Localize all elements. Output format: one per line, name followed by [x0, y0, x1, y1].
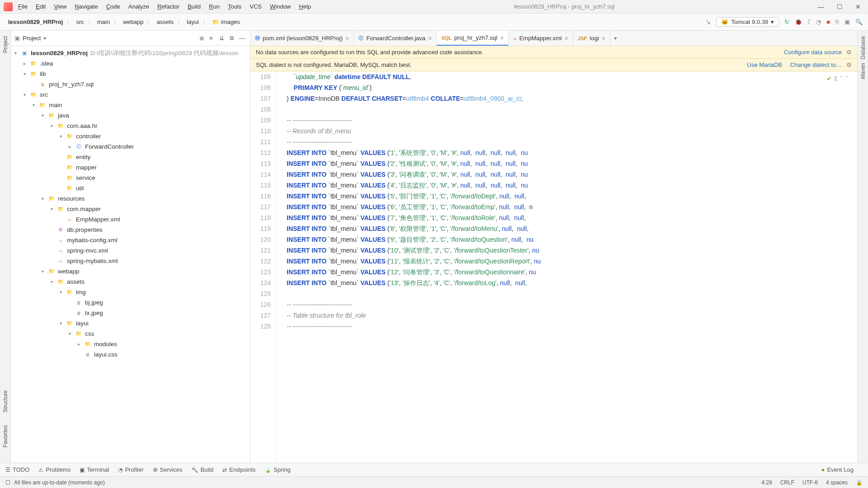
tree-arrow-icon[interactable]: ▾ — [60, 321, 66, 326]
tree-item[interactable]: ▾📁img — [11, 287, 250, 297]
code-line[interactable]: INSERT INTO `tbl_menu` VALUES ('11', '报表… — [287, 256, 857, 267]
code-line[interactable]: INSERT INTO `tbl_menu` VALUES ('9', '题目管… — [287, 234, 857, 245]
menu-navigate[interactable]: Navigate — [75, 3, 98, 10]
gear-icon[interactable]: ⚙ — [229, 35, 236, 42]
use-mariadb-link[interactable]: Use MariaDB — [747, 61, 782, 68]
code-line[interactable]: -- ---------------------------- — [287, 115, 857, 126]
close-tab-icon[interactable]: × — [565, 35, 568, 42]
breadcrumb-item[interactable]: src — [73, 18, 86, 26]
run-button[interactable]: ↻ — [784, 19, 789, 25]
code-line[interactable]: INSERT INTO `tbl_menu` VALUES ('10', '测试… — [287, 245, 857, 256]
code-editor[interactable]: ✔2 ˄˅ 1051061071081091101111121131141151… — [250, 71, 857, 463]
menu-vcs[interactable]: VCS — [250, 3, 262, 10]
run-config-combo[interactable]: 🐱 Tomcat 9.0.38 ▾ — [716, 17, 779, 27]
code-line[interactable]: ) ENGINE=InnoDB DEFAULT CHARSET=utf8mb4 … — [287, 93, 857, 104]
search-button[interactable]: 🔍 — [855, 19, 863, 25]
tree-arrow-icon[interactable]: ▾ — [24, 92, 30, 97]
build-icon[interactable]: ↘ — [706, 19, 711, 25]
chevron-down-icon[interactable]: ▾ — [43, 35, 47, 42]
tree-item[interactable]: ▾📁layui — [11, 318, 250, 328]
gear-icon[interactable]: ⚙ — [846, 61, 852, 68]
tree-arrow-icon[interactable]: ▾ — [51, 279, 57, 284]
bottom-tab-todo[interactable]: ☰TODO — [5, 466, 29, 473]
breadcrumb-item[interactable]: assets — [154, 18, 176, 26]
code-line[interactable] — [287, 104, 857, 115]
bottom-tab-services[interactable]: ⚙Services — [153, 466, 183, 473]
code-line[interactable]: PRIMARY KEY (`menu_id`) — [287, 82, 857, 93]
tree-arrow-icon[interactable]: ▾ — [14, 51, 21, 56]
code-line[interactable]: INSERT INTO `tbl_menu` VALUES ('8', '权限管… — [287, 223, 857, 234]
tree-item[interactable]: ▾📁lib — [11, 69, 250, 79]
code-line[interactable]: -- Records of tbl_menu — [287, 126, 857, 136]
event-log-tab[interactable]: ●Event Log — [821, 466, 854, 473]
encoding[interactable]: UTF-8 — [802, 479, 818, 486]
tree-item[interactable]: 🗎bj.jpeg — [11, 297, 250, 308]
tree-item[interactable]: ▾📁java — [11, 110, 250, 121]
close-tab-icon[interactable]: × — [602, 35, 605, 42]
locate-icon[interactable]: ⊕ — [199, 35, 207, 42]
menu-edit[interactable]: Edit — [36, 3, 46, 10]
bottom-tab-spring[interactable]: 🍃Spring — [264, 466, 291, 473]
tree-item[interactable]: ‹›mybatis-config.xml — [11, 235, 250, 245]
bottom-tab-build[interactable]: 🔨Build — [191, 466, 213, 473]
tree-item[interactable]: 📁util — [11, 183, 250, 193]
tree-item[interactable]: 🗎layui.css — [11, 349, 250, 360]
menu-analyze[interactable]: Analyze — [128, 3, 149, 10]
close-button[interactable]: ✕ — [855, 3, 861, 10]
tree-item[interactable]: ▸📁.idea — [11, 58, 250, 69]
profile-button[interactable]: ◔ — [816, 19, 821, 25]
tabs-more-icon[interactable]: ▾ — [610, 35, 621, 42]
breadcrumb-item[interactable]: main — [94, 18, 113, 26]
indent[interactable]: 4 spaces — [826, 479, 848, 486]
tree-item[interactable]: ▾📁src — [11, 89, 250, 100]
menu-view[interactable]: View — [54, 3, 66, 10]
stop-button[interactable]: ■ — [826, 19, 830, 25]
tree-arrow-icon[interactable]: ▸ — [69, 144, 75, 149]
bottom-tab-problems[interactable]: ⚠Problems — [38, 466, 71, 473]
tree-item[interactable]: 🗎tx.jpeg — [11, 308, 250, 318]
breadcrumb-item[interactable]: 📁images — [209, 18, 243, 26]
line-ending[interactable]: CRLF — [780, 479, 794, 486]
tree-item[interactable]: ▸📁modules — [11, 339, 250, 349]
change-dialect-link[interactable]: Change dialect to… — [790, 61, 842, 68]
minimize-button[interactable]: — — [818, 3, 824, 10]
close-tab-icon[interactable]: × — [345, 35, 349, 42]
bottom-tab-profiler[interactable]: ◔Profiler — [118, 466, 143, 473]
tree-arrow-icon[interactable]: ▾ — [51, 206, 57, 211]
tree-item[interactable]: ▾📁webapp — [11, 266, 250, 277]
editor-tab[interactable]: SQLproj_hr_yzh7.sql× — [437, 31, 509, 46]
rail-database[interactable]: Database — [860, 34, 866, 61]
tree-arrow-icon[interactable]: ▾ — [51, 123, 57, 128]
code-lines[interactable]: `update_time` datetime DEFAULT NULL, PRI… — [277, 71, 857, 463]
menu-help[interactable]: Help — [299, 3, 311, 10]
menu-run[interactable]: Run — [209, 3, 220, 10]
bottom-tab-terminal[interactable]: ▣Terminal — [80, 466, 109, 473]
code-line[interactable]: INSERT INTO `tbl_menu` VALUES ('1', '系统管… — [287, 147, 857, 158]
code-line[interactable]: -- Table structure for tbl_role — [287, 310, 857, 321]
breadcrumb-item[interactable]: layui — [184, 18, 202, 26]
editor-tab[interactable]: ‹›EmpMapper.xml× — [509, 31, 573, 46]
tree-arrow-icon[interactable]: ▾ — [60, 134, 66, 139]
tree-arrow-icon[interactable]: ▾ — [33, 103, 39, 108]
code-line[interactable]: -- ---------------------------- — [287, 321, 857, 332]
inspection-badge[interactable]: ✔2 ˄˅ — [827, 73, 848, 84]
code-line[interactable]: INSERT INTO `tbl_menu` VALUES ('2', '性格测… — [287, 158, 857, 169]
tree-item[interactable]: ▾📁css — [11, 328, 250, 339]
tree-arrow-icon[interactable]: ▾ — [69, 331, 75, 336]
tool1-icon[interactable]: ⎘ — [835, 19, 839, 25]
code-line[interactable]: INSERT INTO `tbl_menu` VALUES ('3', '问卷调… — [287, 169, 857, 180]
hide-icon[interactable]: — — [239, 35, 246, 42]
code-line[interactable]: INSERT INTO `tbl_menu` VALUES ('13', '操作… — [287, 277, 857, 288]
editor-tab[interactable]: JSPlogi× — [573, 31, 610, 46]
coverage-button[interactable]: ⤴ — [807, 19, 811, 25]
menu-build[interactable]: Build — [188, 3, 201, 10]
tree-arrow-icon[interactable]: ▾ — [42, 196, 48, 201]
code-line[interactable]: INSERT INTO `tbl_menu` VALUES ('4', '日志监… — [287, 180, 857, 191]
code-line[interactable]: `update_time` datetime DEFAULT NULL, — [287, 71, 857, 82]
tree-item[interactable]: ‹›EmpMapper.xml — [11, 214, 250, 225]
tree-item[interactable]: ⚙db.properties — [11, 225, 250, 235]
menu-refactor[interactable]: Refactor — [157, 3, 179, 10]
tree-arrow-icon[interactable]: ▾ — [42, 113, 48, 118]
tree-item[interactable]: ‹›spring-mybatis.xml — [11, 256, 250, 266]
menu-tools[interactable]: Tools — [228, 3, 241, 10]
